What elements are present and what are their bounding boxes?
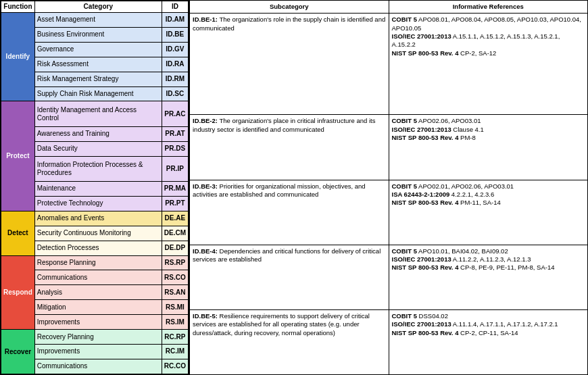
subcategory-id: ID.BE-3: [193,182,218,190]
reference-value: APO08.01, APO08.04, APO08.05, APO10.03, … [392,16,581,31]
reference-source: COBIT 5 [392,182,417,190]
table-row: DetectAnomalies and EventsDE.AE [1,211,189,226]
id-cell: RC.CO [162,359,188,374]
id-cell: ID.SC [162,86,188,101]
subcategory-text: The organization's role in the supply ch… [193,16,385,31]
col-header-function: Function [1,1,35,13]
category-cell: Response Planning [34,255,162,270]
id-cell: ID.RA [162,57,188,72]
reference-value: PM-11, SA-14 [458,199,500,206]
reference-value: CP-8, PE-9, PE-11, PM-8, SA-14 [458,264,554,271]
table-row: RespondResponse PlanningRS.RP [1,255,189,270]
reference-source: COBIT 5 [392,117,417,124]
reference-value: APO02.06, APO03.01 [417,117,481,124]
subcategory-cell: ID.BE-5: Resilience requirements to supp… [190,309,389,374]
reference-value: Clause 4.1 [451,126,484,133]
category-cell: Data Security [34,141,162,156]
references-cell: COBIT 5 DSS04.02ISO/IEC 27001:2013 A.11.… [389,309,588,374]
id-cell: PR.IP [162,156,188,181]
function-cell-identify: Identify [1,13,35,101]
right-framework-table: Subcategory Informative References ID.BE… [189,0,588,375]
category-cell: Supply Chain Risk Management [34,86,162,101]
reference-source: COBIT 5 [392,247,417,255]
reference-value: A.11.1.4, A.17.1.1, A.17.1.2, A.17.2.1 [451,320,558,328]
category-cell: Business Environment [34,27,162,42]
reference-value: 4.2.2.1, 4.2.3.6 [449,191,494,198]
id-cell: RC.RP [162,330,188,345]
subcategory-id: ID.BE-1: [193,16,218,23]
subcategory-id: ID.BE-2: [193,117,218,124]
category-cell: Improvements [34,344,162,359]
reference-source: ISO/IEC 27001:2013 [392,255,451,263]
category-cell: Asset Management [34,13,162,28]
category-cell: Risk Assessment [34,57,162,72]
table-row: ProtectIdentity Management and Access Co… [1,101,189,126]
id-cell: RS.AN [162,285,188,300]
id-cell: RS.IM [162,315,188,330]
category-cell: Mitigation [34,300,162,315]
category-cell: Recovery Planning [34,330,162,345]
subcategory-text: Resilience requirements to support deliv… [193,312,370,336]
right-table-row: ID.BE-2: The organization's place in cri… [190,115,588,180]
reference-source: NIST SP 800-53 Rev. 4 [392,329,459,336]
category-cell: Risk Management Strategy [34,72,162,86]
table-row: RecoverRecovery PlanningRC.RP [1,330,189,345]
subcategory-cell: ID.BE-1: The organization's role in the … [190,14,389,115]
references-cell: COBIT 5 APO10.01, BAI04.02, BAI09.02ISO/… [389,245,588,309]
main-container: Function Category ID IdentifyAsset Manag… [0,0,588,375]
category-cell: Identity Management and Access Control [34,101,162,126]
category-cell: Anomalies and Events [34,211,162,226]
id-cell: ID.BE [162,27,188,42]
category-cell: Maintenance [34,182,162,197]
reference-value: PM-8 [458,134,475,141]
subcategory-text: The organization's place in critical inf… [193,117,375,132]
reference-source: NIST SP 800-53 Rev. 4 [392,264,459,271]
reference-source: ISO/IEC 27001:2013 [392,32,451,40]
references-cell: COBIT 5 APO02.06, APO03.01ISO/IEC 27001:… [389,115,588,180]
category-cell: Security Continuous Monitoring [34,226,162,241]
category-cell: Information Protection Processes & Proce… [34,156,162,181]
id-cell: PR.DS [162,141,188,156]
id-cell: ID.RM [162,72,188,86]
col-header-id: ID [162,1,188,13]
subcategory-id: ID.BE-4: [193,247,218,255]
subcategory-cell: ID.BE-3: Priorities for organizational m… [190,180,389,245]
category-cell: Awareness and Training [34,126,162,141]
reference-value: CP-2, SA-12 [458,49,496,57]
table-row: IdentifyAsset ManagementID.AM [1,13,189,28]
reference-value: CP-2, CP-11, SA-14 [458,329,518,336]
function-cell-detect: Detect [1,211,35,255]
subcategory-text: Dependencies and critical functions for … [193,247,381,263]
right-table-row: ID.BE-1: The organization's role in the … [190,14,588,115]
col-header-category: Category [34,1,162,13]
id-cell: PR.MA [162,182,188,197]
left-framework-table: Function Category ID IdentifyAsset Manag… [0,0,189,375]
right-table-row: ID.BE-4: Dependencies and critical funct… [190,245,588,309]
subcategory-text: Priorities for organizational mission, o… [193,182,366,198]
subcategory-id: ID.BE-5: [193,312,218,320]
category-cell: Analysis [34,285,162,300]
reference-value: A.11.2.2, A.11.2.3, A.12.1.3 [451,255,531,263]
function-cell-recover: Recover [1,330,35,374]
id-cell: DE.CM [162,226,188,241]
function-cell-protect: Protect [1,101,35,211]
subcategory-cell: ID.BE-4: Dependencies and critical funct… [190,245,389,309]
reference-source: COBIT 5 [392,16,417,23]
right-table-row: ID.BE-5: Resilience requirements to supp… [190,309,588,374]
references-cell: COBIT 5 APO08.01, APO08.04, APO08.05, AP… [389,14,588,115]
category-cell: Communications [34,270,162,285]
reference-source: NIST SP 800-53 Rev. 4 [392,49,459,57]
reference-source: NIST SP 800-53 Rev. 4 [392,134,459,141]
id-cell: RS.MI [162,300,188,315]
subcategory-cell: ID.BE-2: The organization's place in cri… [190,115,389,180]
reference-source: ISO/IEC 27001:2013 [392,126,451,133]
category-cell: Communications [34,359,162,374]
reference-source: ISO/IEC 27001:2013 [392,320,451,328]
id-cell: PR.AT [162,126,188,141]
right-table-row: ID.BE-3: Priorities for organizational m… [190,180,588,245]
category-cell: Improvements [34,315,162,330]
reference-value: APO10.01, BAI04.02, BAI09.02 [417,247,508,255]
reference-source: COBIT 5 [392,312,417,320]
id-cell: ID.AM [162,13,188,28]
id-cell: PR.AC [162,101,188,126]
